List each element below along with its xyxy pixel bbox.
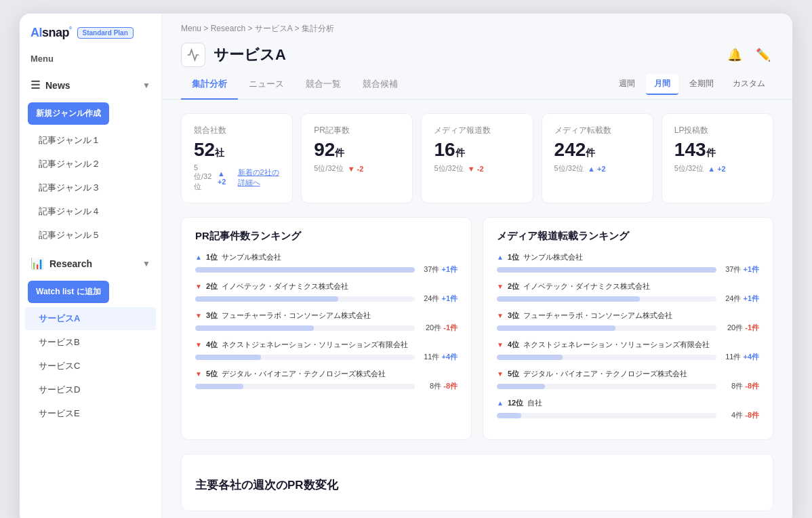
bar-track bbox=[195, 325, 415, 331]
stat-meta: 5位/32位 ▼ -2 bbox=[314, 163, 400, 174]
logo-area: AIsnap° Standard Plan bbox=[20, 14, 161, 48]
bar-change: -1件 bbox=[745, 323, 759, 332]
stat-link[interactable]: 新着の2社の詳細へ bbox=[238, 167, 281, 188]
news-label: News bbox=[45, 80, 70, 91]
research-section: 📊 Research ▼ Watch list に追加 サービスAサービスBサー… bbox=[20, 250, 161, 426]
stat-card: PR記事数 92件 5位/32位 ▼ -2 bbox=[301, 113, 413, 203]
edit-button[interactable]: ✏️ bbox=[753, 45, 773, 65]
rank-down-arrow: ▼ bbox=[497, 370, 504, 378]
tabs-row: 集計分析ニュース競合一覧競合候補 週間月間全期間カスタム bbox=[162, 70, 792, 100]
bar-fill bbox=[497, 355, 563, 360]
bar-change: +1件 bbox=[743, 294, 759, 302]
bar-row: 8件 -8件 bbox=[497, 381, 759, 391]
ranking-item: ▼ 4位 ネクストジェネレーション・ソリューションズ有限会社 11件 +4件 bbox=[195, 340, 458, 362]
research-icon: 📊 bbox=[31, 257, 44, 270]
rank-name: ネクストジェネレーション・ソリューションズ有限会社 bbox=[222, 340, 408, 350]
research-section-header[interactable]: 📊 Research ▼ bbox=[20, 250, 161, 277]
bar-change: +4件 bbox=[743, 353, 759, 361]
research-items-list: サービスAサービスBサービスCサービスDサービスE bbox=[20, 307, 161, 425]
bar-row: 11件 +4件 bbox=[497, 352, 759, 362]
rank-name: ネクストジェネレーション・ソリューションズ有限会社 bbox=[523, 340, 710, 350]
stat-unit: 社 bbox=[215, 147, 224, 158]
stat-value: 143件 bbox=[674, 139, 760, 161]
stat-card: 競合社数 52社 5位/32位 ▲ +2 新着の2社の詳細へ bbox=[181, 113, 293, 203]
bar-value: 37件 +1件 bbox=[722, 264, 759, 275]
stat-card: メディア報道数 16件 5位/32位 ▼ -2 bbox=[421, 113, 533, 203]
research-list-item[interactable]: サービスC bbox=[25, 355, 156, 378]
main-tab[interactable]: 競合一覧 bbox=[295, 70, 352, 100]
bar-row: 37件 +1件 bbox=[497, 264, 759, 275]
stat-change: ▲ +2 bbox=[708, 165, 726, 173]
bar-track bbox=[497, 355, 716, 360]
ranking-item: ▲ 1位 サンプル株式会社 37件 +1件 bbox=[195, 252, 458, 275]
pr-ranking-title: PR記事件数ランキング bbox=[195, 230, 458, 243]
rank-num: 3位 bbox=[206, 311, 218, 321]
bar-fill bbox=[497, 413, 521, 418]
stat-unit: 件 bbox=[586, 147, 595, 158]
bar-change: -8件 bbox=[745, 382, 759, 390]
bar-change: -1件 bbox=[443, 323, 458, 332]
main-content: Menu > Research > サービスA > 集計分析 サービスA 🔔 ✏… bbox=[162, 14, 792, 518]
bar-value: 11件 +4件 bbox=[420, 352, 458, 362]
news-list-item[interactable]: 記事ジャンル４ bbox=[25, 200, 156, 223]
stat-label: メディア報道数 bbox=[434, 125, 520, 136]
bar-row: 8件 -8件 bbox=[195, 381, 458, 391]
stat-rank: 5位/32位 bbox=[314, 163, 343, 174]
ranking-item: ▼ 2位 イノベテック・ダイナミクス株式会社 24件 +1件 bbox=[195, 281, 458, 304]
bar-track bbox=[195, 384, 415, 389]
bar-value: 11件 +4件 bbox=[722, 352, 759, 362]
rank-num: 12位 bbox=[508, 398, 523, 408]
bar-fill bbox=[195, 296, 338, 302]
service-icon bbox=[181, 43, 205, 67]
news-list-item[interactable]: 記事ジャンル２ bbox=[25, 153, 156, 176]
ranking-header: ▼ 4位 ネクストジェネレーション・ソリューションズ有限会社 bbox=[497, 340, 759, 350]
research-list-item[interactable]: サービスB bbox=[25, 331, 156, 354]
research-list-item[interactable]: サービスE bbox=[25, 402, 156, 425]
media-ranking-items: ▲ 1位 サンプル株式会社 37件 +1件 ▼ 2位 イノベテック・ダイナミクス… bbox=[497, 252, 759, 420]
pr-ranking-items: ▲ 1位 サンプル株式会社 37件 +1件 ▼ 2位 イノベテック・ダイナミクス… bbox=[195, 252, 458, 391]
bar-track bbox=[195, 355, 415, 360]
rank-name: サンプル株式会社 bbox=[523, 252, 583, 262]
stat-value: 52社 bbox=[194, 139, 280, 161]
research-label: Research bbox=[49, 258, 92, 269]
watchlist-button[interactable]: Watch list に追加 bbox=[28, 281, 109, 303]
bar-value: 20件 -1件 bbox=[420, 323, 458, 333]
period-tab[interactable]: 全期間 bbox=[681, 74, 722, 95]
rank-up-arrow: ▲ bbox=[497, 399, 504, 407]
notification-button[interactable]: 🔔 bbox=[725, 45, 745, 65]
ranking-header: ▼ 2位 イノベテック・ダイナミクス株式会社 bbox=[497, 281, 759, 292]
rank-num: 5位 bbox=[206, 369, 218, 379]
main-tab[interactable]: 競合候補 bbox=[352, 70, 409, 100]
period-tab[interactable]: カスタム bbox=[725, 74, 773, 95]
bar-value: 24件 +1件 bbox=[420, 294, 458, 304]
bar-value: 8件 -8件 bbox=[722, 381, 759, 391]
main-tab[interactable]: 集計分析 bbox=[181, 70, 238, 100]
new-genre-button[interactable]: 新規ジャンル作成 bbox=[28, 102, 109, 125]
rank-name: イノベテック・ダイナミクス株式会社 bbox=[523, 281, 650, 292]
stat-value: 16件 bbox=[434, 139, 520, 161]
rank-down-arrow: ▼ bbox=[195, 370, 202, 378]
ranking-header: ▼ 5位 デジタル・バイオニア・テクノロジーズ株式会社 bbox=[195, 369, 458, 379]
ranking-item: ▼ 3位 フューチャーラボ・コンソーシアム株式会社 20件 -1件 bbox=[195, 311, 458, 333]
research-list-item[interactable]: サービスD bbox=[25, 378, 156, 401]
period-tab[interactable]: 週間 bbox=[611, 74, 643, 95]
rank-name: 自社 bbox=[527, 398, 542, 408]
bar-fill bbox=[497, 325, 615, 331]
bar-track bbox=[497, 267, 716, 273]
stat-meta: 5位/32位 ▼ -2 bbox=[434, 163, 520, 174]
news-section-header[interactable]: ☰ News ▼ bbox=[20, 72, 161, 98]
stat-label: PR記事数 bbox=[314, 125, 400, 136]
news-list-item[interactable]: 記事ジャンル３ bbox=[25, 176, 156, 199]
rank-num: 1位 bbox=[206, 252, 218, 262]
research-list-item[interactable]: サービスA bbox=[25, 307, 156, 330]
main-tab[interactable]: ニュース bbox=[238, 70, 295, 100]
news-list-item[interactable]: 記事ジャンル５ bbox=[25, 224, 156, 247]
period-tab[interactable]: 月間 bbox=[646, 74, 678, 95]
page-title: サービスA bbox=[214, 45, 286, 65]
bar-value: 37件 +1件 bbox=[420, 264, 458, 275]
ranking-item: ▼ 4位 ネクストジェネレーション・ソリューションズ有限会社 11件 +4件 bbox=[497, 340, 759, 362]
stat-label: LP投稿数 bbox=[674, 125, 760, 136]
bar-row: 24件 +1件 bbox=[497, 294, 759, 304]
news-list-item[interactable]: 記事ジャンル１ bbox=[25, 129, 156, 152]
bar-value: 8件 -8件 bbox=[420, 381, 458, 391]
